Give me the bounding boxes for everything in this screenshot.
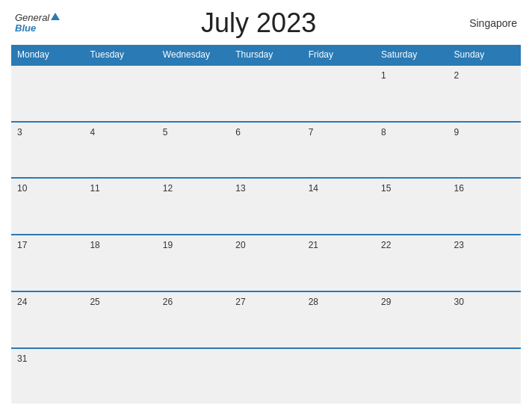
day-number: 5 [163, 127, 168, 137]
calendar-day-cell: 14 [303, 178, 375, 235]
calendar-day-cell: 28 [303, 291, 375, 348]
day-number: 10 [17, 183, 27, 194]
calendar-day-cell: 12 [157, 178, 229, 235]
logo-blue-text: Blue [15, 23, 36, 34]
calendar-day-cell: 30 [448, 291, 521, 348]
day-number: 26 [163, 297, 173, 307]
calendar-day-cell: 3 [11, 122, 84, 179]
calendar-day-cell [84, 348, 156, 404]
col-monday: Monday [11, 45, 84, 65]
calendar-week-row: 31 [11, 348, 521, 404]
calendar-day-cell [375, 348, 448, 404]
calendar-day-cell: 23 [448, 235, 521, 291]
calendar-day-cell: 8 [375, 122, 448, 179]
calendar-day-cell: 18 [84, 235, 156, 291]
day-number: 17 [17, 240, 27, 250]
calendar-day-cell: 5 [157, 122, 229, 179]
day-number: 3 [17, 127, 22, 137]
day-number: 1 [381, 70, 386, 81]
calendar-week-row: 10111213141516 [11, 178, 521, 235]
calendar-day-cell: 19 [157, 235, 229, 291]
day-number: 2 [454, 70, 460, 81]
location-label: Singapore [457, 17, 517, 29]
calendar-day-cell: 26 [157, 291, 229, 348]
calendar-header: General Blue July 2023 Singapore [11, 7, 521, 39]
day-number: 18 [90, 240, 99, 250]
day-number: 29 [381, 297, 391, 307]
calendar-day-cell [303, 348, 375, 404]
calendar-day-cell: 16 [448, 178, 521, 235]
calendar-day-cell: 17 [11, 235, 84, 291]
calendar-day-cell [157, 348, 229, 404]
calendar-day-cell [448, 348, 521, 404]
calendar-week-row: 3456789 [11, 122, 521, 179]
calendar-day-cell: 15 [375, 178, 448, 235]
logo: General Blue [15, 13, 60, 34]
col-wednesday: Wednesday [157, 45, 229, 65]
day-number: 25 [90, 297, 99, 307]
calendar-day-cell: 22 [375, 235, 448, 291]
day-number: 6 [235, 127, 241, 137]
day-number: 23 [454, 240, 464, 250]
calendar-day-cell: 13 [229, 178, 302, 235]
calendar-day-cell: 24 [11, 291, 84, 348]
calendar-day-cell: 2 [448, 65, 521, 122]
month-title: July 2023 [60, 7, 457, 39]
calendar-day-cell [84, 65, 156, 122]
day-number: 8 [381, 127, 386, 137]
day-number: 9 [454, 127, 460, 137]
day-number: 14 [309, 183, 318, 194]
day-number: 22 [381, 240, 391, 250]
day-number: 7 [309, 127, 314, 137]
col-sunday: Sunday [448, 45, 521, 65]
col-saturday: Saturday [375, 45, 448, 65]
day-number: 30 [454, 297, 464, 307]
calendar-day-cell [229, 65, 302, 122]
calendar-day-cell: 27 [229, 291, 302, 348]
col-tuesday: Tuesday [84, 45, 156, 65]
day-number: 28 [309, 297, 318, 307]
calendar-table: Monday Tuesday Wednesday Thursday Friday… [11, 45, 521, 404]
calendar-day-cell: 31 [11, 348, 84, 404]
day-number: 13 [235, 183, 245, 194]
calendar-week-row: 17181920212223 [11, 235, 521, 291]
day-number: 15 [381, 183, 391, 194]
calendar-day-cell: 25 [84, 291, 156, 348]
calendar-day-cell: 6 [229, 122, 302, 179]
calendar-week-row: 24252627282930 [11, 291, 521, 348]
day-number: 4 [90, 127, 95, 137]
calendar-day-cell [229, 348, 302, 404]
col-thursday: Thursday [229, 45, 302, 65]
calendar-day-cell: 20 [229, 235, 302, 291]
day-number: 21 [309, 240, 318, 250]
calendar-day-cell: 10 [11, 178, 84, 235]
calendar-day-cell: 11 [84, 178, 156, 235]
calendar-day-cell: 1 [375, 65, 448, 122]
day-number: 16 [454, 183, 464, 194]
logo-general-text: General [15, 13, 49, 23]
day-number: 31 [17, 353, 27, 364]
calendar-day-cell [303, 65, 375, 122]
calendar-day-cell: 4 [84, 122, 156, 179]
day-number: 24 [17, 297, 27, 307]
day-number: 20 [235, 240, 245, 250]
day-number: 19 [163, 240, 173, 250]
calendar-day-cell: 29 [375, 291, 448, 348]
calendar-container: General Blue July 2023 Singapore Monday … [0, 0, 532, 411]
day-number: 12 [163, 183, 173, 194]
col-friday: Friday [303, 45, 375, 65]
day-number: 27 [235, 297, 245, 307]
calendar-header-row: Monday Tuesday Wednesday Thursday Friday… [11, 45, 521, 65]
day-number: 11 [90, 183, 99, 194]
calendar-day-cell: 7 [303, 122, 375, 179]
calendar-day-cell [157, 65, 229, 122]
calendar-day-cell: 21 [303, 235, 375, 291]
calendar-day-cell [11, 65, 84, 122]
logo-triangle-icon [51, 13, 60, 20]
calendar-day-cell: 9 [448, 122, 521, 179]
calendar-week-row: 12 [11, 65, 521, 122]
